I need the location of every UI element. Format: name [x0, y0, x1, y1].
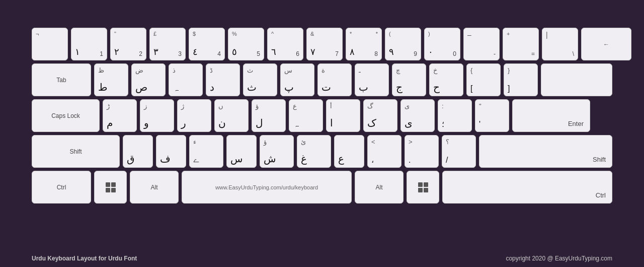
- key-r-bl: د: [210, 81, 214, 93]
- key-lbracket[interactable]: { [: [466, 63, 501, 96]
- key-a-bl: م: [107, 117, 113, 129]
- key-p-bl: ح: [433, 81, 440, 93]
- key-5[interactable]: % ٥ 5: [228, 28, 264, 60]
- key-tab[interactable]: Tab: [32, 63, 91, 96]
- key-quote-tl: ": [479, 102, 481, 110]
- key-8[interactable]: * * ٨ 8: [346, 28, 382, 60]
- key-9[interactable]: ( ٩ 9: [385, 28, 421, 60]
- key-equals[interactable]: + =: [503, 28, 539, 60]
- key-shift-right[interactable]: Shift: [479, 135, 612, 168]
- key-lbracket-bl: [: [470, 84, 472, 93]
- key-semicolon-tl: :: [442, 102, 444, 110]
- key-0[interactable]: ) ٠ 0: [424, 28, 460, 60]
- key-l[interactable]: ی ی: [400, 99, 435, 132]
- key-e[interactable]: ذ ہ: [169, 63, 203, 96]
- key-backspace-label: ←: [603, 41, 609, 48]
- key-x[interactable]: ف: [156, 135, 186, 168]
- key-quote-bl: ': [479, 120, 480, 129]
- key-3[interactable]: £ ٣ 3: [149, 28, 186, 60]
- key-c-bl: ے: [193, 153, 199, 165]
- row-bottom: Ctrl Alt www.EasyUrduTyping.com/urdu/key…: [32, 171, 612, 204]
- key-h-bl: ہ: [293, 117, 299, 129]
- key-0-tl: ): [428, 31, 430, 37]
- key-s-bl: و: [144, 117, 149, 129]
- key-backspace[interactable]: ←: [581, 28, 631, 60]
- key-t[interactable]: ث ث: [243, 63, 277, 96]
- footer: Urdu Keyboard Layout for Urdu Font copyr…: [32, 255, 612, 262]
- key-f-bl: ن: [218, 117, 226, 129]
- key-5-br: 5: [257, 50, 260, 57]
- key-i-tl: ـ: [359, 66, 361, 74]
- key-7[interactable]: & ٧ 7: [306, 28, 343, 60]
- key-spacebar-label: www.EasyUrduTyping.com/urdu/keyboard: [215, 184, 318, 190]
- key-period-tl: >: [409, 138, 413, 146]
- key-c-tl: ء: [193, 138, 196, 146]
- key-n-tl: ئ: [301, 138, 306, 146]
- key-k-bl: ک: [367, 117, 376, 129]
- key-a[interactable]: ڑ م: [103, 99, 137, 132]
- key-s[interactable]: ز و: [140, 99, 174, 132]
- key-w[interactable]: ض ص: [131, 63, 166, 96]
- key-alt-right[interactable]: Alt: [355, 171, 404, 204]
- key-2[interactable]: " ٢ 2: [110, 28, 146, 60]
- key-c[interactable]: ء ے: [189, 135, 223, 168]
- key-shift-left[interactable]: Shift: [32, 135, 120, 168]
- key-ctrl-right[interactable]: Ctrl: [442, 171, 612, 204]
- key-u[interactable]: ة ت: [317, 63, 352, 96]
- key-q-bl: ط: [98, 81, 108, 93]
- key-f[interactable]: ں ن: [214, 99, 249, 132]
- key-minus-tl: –: [467, 31, 471, 39]
- key-g[interactable]: ؤ ل: [252, 99, 286, 132]
- key-9-tl: (: [389, 31, 391, 37]
- key-v[interactable]: س: [226, 135, 257, 168]
- key-semicolon[interactable]: : ؛: [438, 99, 472, 132]
- key-4[interactable]: $ ٤ 4: [189, 28, 225, 60]
- key-2-br: 2: [139, 50, 142, 57]
- key-n[interactable]: ئ غ: [297, 135, 331, 168]
- key-y-bl: پ: [284, 81, 294, 93]
- key-quote[interactable]: " ': [475, 99, 509, 132]
- key-period[interactable]: > .: [405, 135, 439, 168]
- key-ctrl-left[interactable]: Ctrl: [32, 171, 91, 204]
- key-o[interactable]: چ ج: [392, 63, 426, 96]
- key-caps-lock-label: Caps Lock: [51, 112, 80, 119]
- key-h[interactable]: ع ہ: [289, 99, 323, 132]
- key-p[interactable]: خ ح: [429, 63, 463, 96]
- key-comma[interactable]: < ،: [367, 135, 401, 168]
- key-slash-bl: /: [446, 156, 448, 165]
- key-q[interactable]: ظ ط: [94, 63, 128, 96]
- key-z[interactable]: ق: [123, 135, 153, 168]
- key-enter[interactable]: [541, 63, 612, 96]
- key-5-bl: ٥: [232, 46, 237, 57]
- key-3-bl: ٣: [153, 46, 158, 57]
- key-b[interactable]: ؤ ش: [260, 135, 294, 168]
- key-backslash[interactable]: \ |: [542, 28, 578, 60]
- key-4-br: 4: [217, 50, 221, 57]
- key-r[interactable]: ڈ د: [206, 63, 240, 96]
- key-f-tl: ں: [218, 102, 223, 110]
- key-j[interactable]: أ ا: [326, 99, 360, 132]
- key-win-left[interactable]: [94, 171, 127, 204]
- key-enter-label[interactable]: Enter: [512, 99, 590, 132]
- key-spacebar[interactable]: www.EasyUrduTyping.com/urdu/keyboard: [182, 171, 352, 204]
- key-i[interactable]: ـ ب: [355, 63, 389, 96]
- key-d[interactable]: ژ ر: [177, 99, 211, 132]
- key-m[interactable]: ع: [334, 135, 364, 168]
- key-y[interactable]: س پ: [280, 63, 314, 96]
- key-alt-left[interactable]: Alt: [130, 171, 179, 204]
- footer-left: Urdu Keyboard Layout for Urdu Font: [32, 255, 137, 262]
- key-rbracket[interactable]: } ]: [504, 63, 538, 96]
- key-caps-lock[interactable]: Caps Lock: [32, 99, 100, 132]
- key-minus[interactable]: - –: [463, 28, 500, 60]
- key-1[interactable]: ١ 1: [71, 28, 107, 60]
- key-8-tr: *: [376, 31, 378, 37]
- key-k[interactable]: گ ک: [363, 99, 397, 132]
- key-t-tl: ث: [247, 66, 253, 74]
- key-slash[interactable]: ؟ /: [442, 135, 476, 168]
- key-win-left-logo: [98, 174, 123, 201]
- key-equals-br: =: [531, 50, 535, 57]
- key-6[interactable]: ^ ٦ 6: [267, 28, 303, 60]
- key-backtick[interactable]: ¬: [32, 28, 68, 60]
- key-win-right[interactable]: [407, 171, 439, 204]
- key-semicolon-bl: ؛: [442, 119, 444, 129]
